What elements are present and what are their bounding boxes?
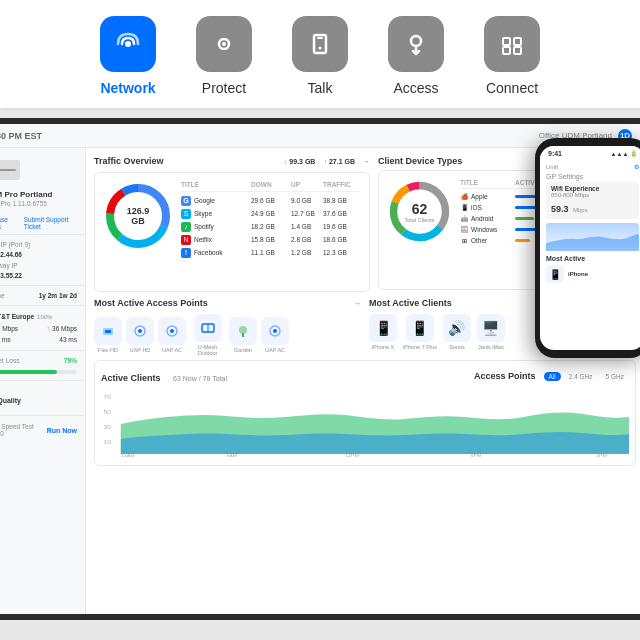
svg-point-0 [125, 41, 131, 47]
client-other: ⊞ Other [460, 237, 515, 245]
gateway-ip-value-row: 145.23.55.22 [0, 270, 85, 281]
client-android: 🤖 Android [460, 215, 515, 223]
ap-section-header: Most Active Access Points → [94, 298, 361, 308]
device-sonos: 🔊 Sonos [443, 314, 471, 350]
client-donut-label: 62 Total Clients [405, 201, 435, 223]
sidebar-divider-2 [0, 285, 85, 286]
device-label-flex-hd: Flex HD [98, 347, 118, 353]
speedtest-time: at 3:40 [0, 430, 34, 437]
svg-point-2 [222, 42, 226, 46]
loss-bar [0, 366, 85, 376]
chart-title-group: Active Clients 63 Now / 78 Total [101, 367, 227, 385]
nav-item-network[interactable]: Network [100, 16, 156, 96]
sidebar-divider-5 [0, 380, 85, 381]
phone-chart-svg [546, 223, 639, 251]
skype-icon: S [181, 209, 191, 219]
client-title: Client Device Types [378, 156, 462, 166]
device-umesh: U-Mesh Outdoor [190, 314, 225, 356]
client-name-apple: Apple [471, 193, 488, 200]
table-row: f Facebook 11.1 GB 1.2 GB 12.3 GB [181, 246, 361, 259]
phone-frame: 9:41 ▲▲▲ 🔋 Unifi ⚙ GP Settings Wifi Expe… [535, 138, 640, 358]
table-row: S Skype 24.9 GB 12.7 GB 37.6 GB [181, 207, 361, 220]
ap-filter-24[interactable]: 2.4 GHz [564, 372, 598, 381]
release-notes-link[interactable]: Release Notes [0, 216, 20, 230]
traffic-more-link[interactable]: → [363, 158, 370, 165]
up-arrow-icon: ↑ [47, 325, 51, 332]
ap-svg-1 [100, 323, 116, 339]
apple-icon: 🍎 [460, 193, 468, 201]
table-row: G Google 29.6 GB 9.0 GB 38.8 GB [181, 194, 361, 207]
ap-filter-5[interactable]: 5 GHz [601, 372, 629, 381]
facebook-icon: f [181, 248, 191, 258]
sidebar: UDM Pro Portland UDM Pro 1.11.0.6755 Rel… [0, 148, 86, 614]
support-ticket-link[interactable]: Submit Support Ticket [24, 216, 77, 230]
net-quality-section: Net Quality [0, 385, 85, 411]
talk-icon [306, 30, 334, 58]
isp-name: AT&T Europe [0, 313, 34, 320]
nav-label-access: Access [393, 80, 438, 96]
nav-item-protect[interactable]: Protect [196, 16, 252, 96]
sidebar-divider-4 [0, 350, 85, 351]
google-down: 29.6 GB [251, 197, 291, 204]
ap-filter-pills: All 2.4 GHz 5 GHz [544, 372, 630, 381]
spotify-up: 1.4 GB [291, 223, 323, 230]
device-label-imac: Janis iMac [478, 344, 504, 350]
ap-devices-row: Flex HD UAP HD [94, 314, 361, 356]
content-area: 4:30 PM EST Office UDM Portland 1D [0, 108, 640, 640]
spotify-down: 18.2 GB [251, 223, 291, 230]
google-traffic: 38.8 GB [323, 197, 361, 204]
device-uap-ac-1: UAP AC [158, 317, 186, 353]
nav-label-protect: Protect [202, 80, 246, 96]
iphone-7-emoji: 📱 [411, 320, 428, 336]
protect-icon [209, 29, 239, 59]
netflix-down: 15.8 GB [251, 236, 291, 243]
android-activity-bar [515, 217, 534, 220]
speedtest-info: matic Speed Test at 3:40 [0, 423, 34, 437]
client-name-android: Android [471, 215, 493, 222]
nav-label-network: Network [100, 80, 155, 96]
nav-item-connect[interactable]: Connect [484, 16, 540, 96]
phone-speed-title: Wifi Experience [551, 185, 634, 192]
nav-item-access[interactable]: Access [388, 16, 444, 96]
speed-down-val: 466 Mbps [0, 325, 18, 332]
gateway-ip-value: 145.23.55.22 [0, 272, 22, 279]
top-nav: Network Protect Talk Ac [0, 0, 640, 108]
loss-bar-fill [0, 370, 57, 374]
sidebar-divider-1 [0, 234, 85, 235]
windows-icon: 🪟 [460, 226, 468, 234]
svg-text:4PM: 4PM [596, 454, 607, 458]
sonos-icon: 🔊 [443, 314, 471, 342]
phone-settings-link[interactable]: ⚙ [634, 163, 639, 170]
device-sub: UDM Pro 1.11.0.6755 [0, 200, 77, 207]
device-label-iphone-x: iPhone X [372, 344, 394, 350]
client-name-ios: iOS [471, 204, 482, 211]
iphone-x-icon: 📱 [369, 314, 397, 342]
device-label-garden: Garden [234, 347, 252, 353]
device-label-umesh: U-Mesh Outdoor [190, 344, 225, 356]
ap-filter-all[interactable]: All [544, 372, 561, 381]
nav-item-talk[interactable]: Talk [292, 16, 348, 96]
phone-device-name: iPhone [568, 271, 588, 277]
col-title: TITLE [181, 181, 251, 188]
ap-more-link[interactable]: → [354, 300, 361, 307]
speedtest-row: matic Speed Test at 3:40 Run Now [0, 420, 85, 440]
imac-icon: 🖥️ [477, 314, 505, 342]
device-iphone-7: 📱 iPhone 7 Plus [403, 314, 437, 350]
app-netflix: N Netflix [181, 235, 251, 245]
phone-screen: 9:41 ▲▲▲ 🔋 Unifi ⚙ GP Settings Wifi Expe… [540, 146, 640, 350]
ap-svg-4 [200, 320, 216, 336]
speedtest-button[interactable]: Run Now [47, 427, 77, 434]
facebook-down: 11.1 GB [251, 249, 291, 256]
android-icon: 🤖 [460, 215, 468, 223]
packet-loss-label: Packet Loss [0, 357, 19, 364]
google-up: 9.0 GB [291, 197, 323, 204]
client-col-title: TITLE [460, 179, 515, 186]
loss-bar-wrap [0, 370, 77, 374]
svg-text:12AM: 12AM [121, 454, 135, 458]
svg-rect-9 [503, 47, 510, 54]
traffic-donut-label: 126.9 GB [121, 206, 156, 226]
phone-device-row: 📱 iPhone [546, 265, 639, 283]
app-name-spotify: Spotify [194, 223, 214, 230]
sidebar-divider-6 [0, 415, 85, 416]
chart-right: Access Points All 2.4 GHz 5 GHz [474, 371, 629, 381]
